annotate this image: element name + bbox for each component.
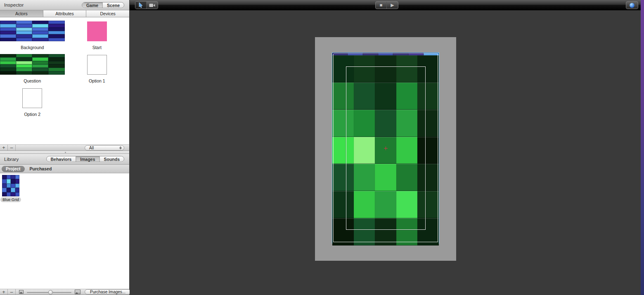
actor-filter-value: All bbox=[89, 146, 94, 150]
tab-devices[interactable]: Devices bbox=[86, 10, 129, 17]
library-segmented-control: Behaviors Images Sounds bbox=[46, 156, 124, 162]
library-header: Library Behaviors Images Sounds bbox=[0, 154, 129, 165]
tab-game[interactable]: Game bbox=[82, 2, 103, 8]
game-scene-segmented-control: Game Scene bbox=[82, 2, 124, 8]
scene-preview-button[interactable] bbox=[626, 1, 638, 9]
actor-question-thumbnail bbox=[0, 54, 65, 75]
actors-footer-bar: + – All bbox=[0, 144, 129, 151]
background-actor-selected[interactable] bbox=[332, 52, 439, 243]
edit-mode-segmented-control bbox=[135, 1, 158, 9]
slider-knob[interactable] bbox=[48, 290, 53, 295]
tab-actors[interactable]: Actors bbox=[0, 10, 43, 17]
actor-label: Question bbox=[24, 78, 41, 83]
actor-label: Background bbox=[21, 45, 44, 50]
tab-sounds[interactable]: Sounds bbox=[100, 156, 124, 162]
scene-stage[interactable] bbox=[315, 37, 456, 261]
blue-grid-thumbnail bbox=[2, 175, 19, 196]
remove-image-button[interactable]: – bbox=[8, 289, 16, 295]
camera-icon bbox=[149, 3, 155, 7]
actor-filter-dropdown[interactable]: All bbox=[85, 145, 124, 151]
library-title: Library bbox=[4, 157, 19, 162]
library-item-blue-grid[interactable]: Blue Grid bbox=[2, 175, 20, 202]
scene-editor: ■ ▶ bbox=[130, 0, 644, 295]
actor-option-2[interactable]: Option 2 bbox=[0, 87, 65, 117]
scene-canvas[interactable] bbox=[130, 10, 644, 295]
panel-splitter[interactable] bbox=[0, 151, 129, 154]
actor-question[interactable]: Question bbox=[0, 54, 65, 83]
scene-toolbar: ■ ▶ bbox=[130, 0, 644, 10]
inspector-header: Inspector Game Scene bbox=[0, 0, 129, 10]
add-image-button[interactable]: + bbox=[0, 289, 8, 295]
stepper-arrows-icon bbox=[119, 146, 122, 149]
actor-background-thumbnail bbox=[0, 21, 65, 41]
image-large-icon bbox=[75, 290, 80, 294]
inspector-tabs: Actors Attributes Devices bbox=[0, 10, 129, 17]
actor-option-1-thumbnail bbox=[87, 55, 107, 75]
actor-start-thumbnail bbox=[87, 21, 107, 41]
tab-attributes[interactable]: Attributes bbox=[43, 10, 87, 17]
actor-option-2-thumbnail bbox=[22, 88, 42, 108]
purchase-images-button[interactable]: Purchase Images... bbox=[85, 289, 131, 295]
globe-icon bbox=[630, 3, 635, 8]
actor-label: Start bbox=[92, 45, 102, 50]
stop-button[interactable]: ■ bbox=[376, 2, 387, 9]
pointer-tool-button[interactable] bbox=[135, 2, 147, 9]
pointer-icon bbox=[139, 2, 143, 8]
library-footer-bar: + – Purchase Images... bbox=[0, 289, 129, 295]
actor-start[interactable]: Start bbox=[65, 21, 130, 50]
actor-label: Option 2 bbox=[24, 112, 40, 117]
tab-scene[interactable]: Scene bbox=[103, 2, 124, 8]
question-actor-strip[interactable] bbox=[332, 55, 439, 245]
library-item-selection bbox=[2, 175, 19, 196]
tab-behaviors[interactable]: Behaviors bbox=[47, 156, 76, 162]
actor-option-1[interactable]: Option 1 bbox=[65, 54, 130, 83]
add-actor-button[interactable]: + bbox=[0, 145, 8, 151]
actor-background[interactable]: Background bbox=[0, 21, 65, 50]
inspector-title: Inspector bbox=[4, 2, 24, 7]
remove-actor-button[interactable]: – bbox=[8, 145, 16, 151]
library-source-tabs: Project Purchased bbox=[0, 165, 129, 173]
tab-images[interactable]: Images bbox=[76, 156, 99, 162]
actors-list: Background Start Question Option 1 Optio… bbox=[0, 17, 129, 144]
tab-project[interactable]: Project bbox=[2, 166, 25, 172]
actor-label: Option 1 bbox=[89, 78, 105, 83]
stop-icon: ■ bbox=[380, 3, 383, 7]
thumbnail-size-slider[interactable] bbox=[27, 289, 71, 295]
desktop-edge-strip bbox=[641, 0, 644, 295]
splitter-handle-icon bbox=[65, 152, 66, 153]
library-item-label: Blue Grid bbox=[0, 197, 21, 202]
gamesalad-window: Inspector Game Scene Actors Attributes D… bbox=[0, 0, 644, 295]
inspector-library-panel: Inspector Game Scene Actors Attributes D… bbox=[0, 0, 130, 295]
play-button[interactable]: ▶ bbox=[387, 2, 398, 9]
image-small-icon bbox=[19, 290, 24, 294]
play-icon: ▶ bbox=[391, 3, 394, 7]
library-images-list: Blue Grid bbox=[0, 173, 129, 289]
tab-purchased[interactable]: Purchased bbox=[30, 166, 52, 171]
camera-tool-button[interactable] bbox=[147, 2, 158, 9]
playback-segmented-control: ■ ▶ bbox=[375, 1, 398, 9]
